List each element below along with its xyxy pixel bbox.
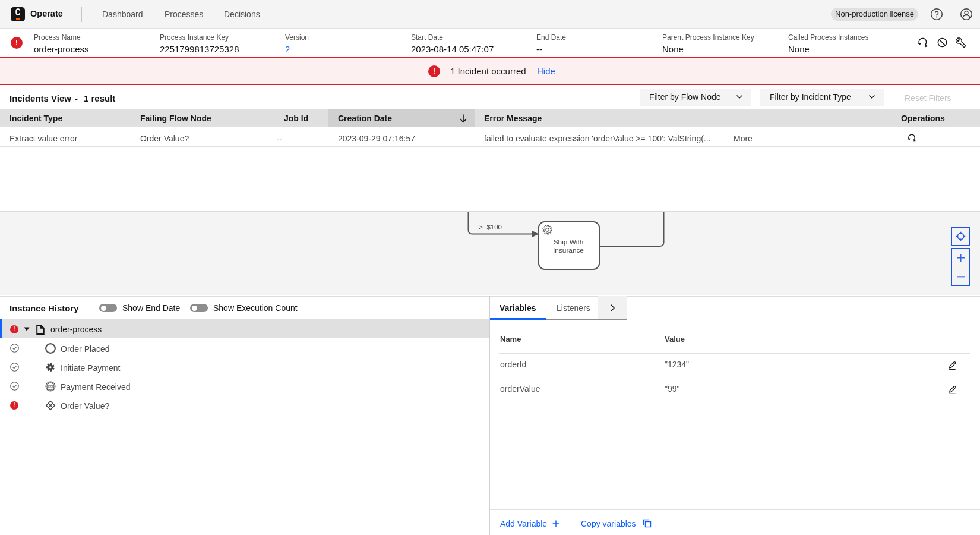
svg-text:Ship With: Ship With (554, 238, 583, 246)
svg-text:>=$100: >=$100 (479, 224, 502, 231)
svg-text:Insurance: Insurance (553, 246, 584, 254)
